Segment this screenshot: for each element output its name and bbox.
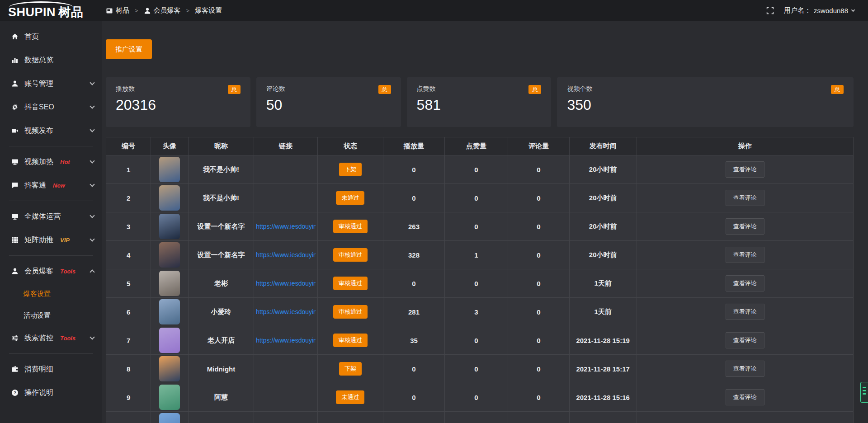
stat-card-3: 视频个数总350 <box>557 77 854 127</box>
status-button[interactable]: 下架 <box>339 163 362 176</box>
sidebar-item-label: 矩阵助推 <box>24 235 53 245</box>
cell-action: 查看评论 <box>637 155 853 184</box>
avatar <box>159 356 180 381</box>
cell-likes: 3 <box>444 298 508 326</box>
status-button[interactable]: 未通过 <box>336 390 364 404</box>
table-row: 1我不是小帅!下架00020小时前查看评论 <box>106 155 854 184</box>
sidebar-item-account-manage[interactable]: 账号管理 <box>0 72 102 95</box>
column-header: 评论量 <box>508 137 570 155</box>
status-button[interactable]: 审核通过 <box>333 277 368 290</box>
cell-avatar <box>151 412 189 423</box>
sidebar-item-douyin-seo[interactable]: 抖音SEO <box>0 95 102 119</box>
column-header: 操作 <box>637 137 853 155</box>
avatar <box>159 157 180 182</box>
page: SHUPIN树品 树品>会员爆客>爆客设置 用户名：zswodun88 首页数据… <box>0 0 868 423</box>
sidebar-item-douketong[interactable]: 抖客通New <box>0 174 102 197</box>
view-comments-button[interactable]: 查看评论 <box>726 304 764 320</box>
sidebar-item-data-overview[interactable]: 数据总览 <box>0 48 102 72</box>
videos-table: 编号头像昵称链接状态播放量点赞量评论量发布时间操作 1我不是小帅!下架00020… <box>106 137 854 423</box>
video-link[interactable]: https://www.iesdouyin.c <box>256 337 316 344</box>
cell-time: 20小时前 <box>569 212 637 241</box>
status-button[interactable]: 审核通过 <box>333 248 368 262</box>
video-link[interactable]: https://www.iesdouyin.c <box>256 223 316 230</box>
video-link[interactable]: https://www.iesdouyin.c <box>256 308 316 315</box>
breadcrumb-item-shupin[interactable]: 树品 <box>106 6 129 15</box>
cell-action: 查看评论 <box>637 383 853 412</box>
breadcrumb-item-member-baoke[interactable]: 会员爆客 <box>144 6 181 15</box>
cell-link: https://www.iesdouyin.c <box>254 212 318 241</box>
wallet-icon <box>11 366 19 373</box>
view-comments-button[interactable]: 查看评论 <box>726 389 764 405</box>
sidebar-item-member-baoke[interactable]: 会员爆客Tools <box>0 259 102 283</box>
cell-status: 审核通过 <box>317 326 383 355</box>
sidebar-item-video-heat[interactable]: 视频加热Hot <box>0 150 102 174</box>
breadcrumb-item-baoke-settings[interactable]: 爆客设置 <box>195 6 222 15</box>
stat-card-top: 视频个数总 <box>567 85 844 94</box>
sidebar-item-matrix-boost[interactable]: 矩阵助推VIP <box>0 228 102 252</box>
view-comments-button[interactable]: 查看评论 <box>726 247 764 263</box>
customer-service-widget[interactable] <box>860 382 868 403</box>
status-button[interactable]: 下架 <box>339 362 362 376</box>
submenu-item-baoke-settings[interactable]: 爆客设置 <box>0 283 102 305</box>
stat-card-label: 评论数 <box>266 85 285 93</box>
view-comments-button[interactable]: 查看评论 <box>726 190 764 206</box>
sidebar-item-home[interactable]: 首页 <box>0 25 102 48</box>
cell-time: 2021-11-28 15:19 <box>569 326 637 355</box>
sidebar-item-label: 全媒体运营 <box>24 212 61 221</box>
status-button[interactable]: 审核通过 <box>333 305 368 319</box>
cell-action <box>637 412 853 423</box>
user-icon <box>11 80 19 87</box>
chevron-down-icon <box>90 182 94 187</box>
promo-settings-button[interactable]: 推广设置 <box>106 39 152 59</box>
cell-plays <box>383 412 445 423</box>
sidebar-item-video-publish[interactable]: 视频发布 <box>0 119 102 142</box>
top-bar: 树品>会员爆客>爆客设置 用户名：zswodun88 <box>102 0 868 21</box>
sidebar-item-label: 操作说明 <box>24 388 53 398</box>
sidebar-item-label: 首页 <box>24 32 39 42</box>
avatar <box>159 299 180 324</box>
cell-likes <box>444 412 508 423</box>
video-link[interactable]: https://www.iesdouyin.c <box>256 280 316 287</box>
view-comments-button[interactable]: 查看评论 <box>726 361 764 377</box>
sidebar-item-consumption-detail[interactable]: 消费明细 <box>0 357 102 381</box>
cell-likes: 0 <box>444 184 508 212</box>
sidebar-item-label: 抖客通 <box>24 181 46 190</box>
cell-time: 1天前 <box>569 298 637 326</box>
cell-nickname: 老彬 <box>188 269 254 298</box>
sidebar-submenu: 爆客设置活动设置 <box>0 283 102 326</box>
cell-action: 查看评论 <box>637 326 853 355</box>
table-body: 1我不是小帅!下架00020小时前查看评论2我不是小帅!未通过00020小时前查… <box>106 155 854 423</box>
help-icon: ? <box>11 389 19 396</box>
sidebar-item-operation-guide[interactable]: ?操作说明 <box>0 381 102 404</box>
chevron-down-icon <box>851 8 855 11</box>
sidebar-item-media-operation[interactable]: 全媒体运营 <box>0 205 102 228</box>
svg-text:?: ? <box>14 390 16 395</box>
logo-arc-decoration <box>9 1 73 7</box>
cell-link <box>254 355 318 383</box>
view-comments-button[interactable]: 查看评论 <box>726 332 764 348</box>
sidebar-item-badge: VIP <box>60 237 70 244</box>
view-comments-button[interactable]: 查看评论 <box>726 161 764 178</box>
stat-card-1: 评论数总50 <box>256 77 401 127</box>
table-row: 7老人开店https://www.iesdouyin.c审核通过35002021… <box>106 326 854 355</box>
fullscreen-icon[interactable] <box>766 7 774 14</box>
status-button[interactable]: 审核通过 <box>333 220 368 233</box>
status-button[interactable]: 审核通过 <box>333 334 368 347</box>
column-header: 播放量 <box>383 137 445 155</box>
cell-likes: 0 <box>444 269 508 298</box>
cell-status: 审核通过 <box>317 298 383 326</box>
view-comments-button[interactable]: 查看评论 <box>726 218 764 235</box>
sidebar-item-clue-monitor[interactable]: 线索监控Tools <box>0 326 102 350</box>
video-icon <box>11 127 19 134</box>
avatar <box>159 214 180 239</box>
cell-number: 5 <box>106 269 151 298</box>
submenu-item-activity-settings[interactable]: 活动设置 <box>0 305 102 326</box>
cell-comments: 0 <box>508 184 570 212</box>
video-link[interactable]: https://www.iesdouyin.c <box>256 251 316 258</box>
user-menu[interactable]: 用户名：zswodun88 <box>784 6 854 15</box>
app-logo[interactable]: SHUPIN树品 <box>0 0 102 21</box>
stat-card-top: 播放数总 <box>116 85 241 94</box>
status-button[interactable]: 未通过 <box>336 191 364 205</box>
breadcrumb-separator: > <box>185 7 191 14</box>
view-comments-button[interactable]: 查看评论 <box>726 275 764 291</box>
